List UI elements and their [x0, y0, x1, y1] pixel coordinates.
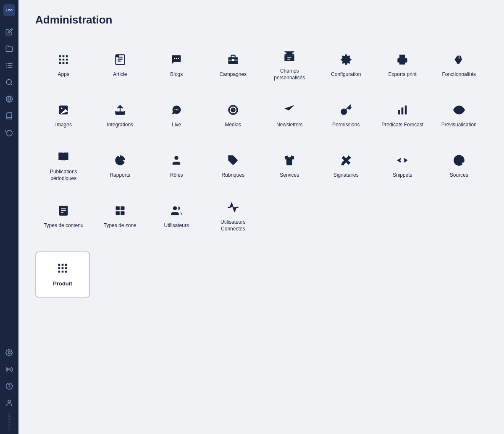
svg-rect-66 [121, 207, 124, 210]
admin-item-utilisateurs[interactable]: Utilisateurs [148, 191, 205, 241]
svg-point-47 [178, 109, 178, 110]
sidebar-item-folder[interactable] [2, 41, 17, 56]
admin-item-fonctionnalites[interactable]: Fonctionnalités [431, 40, 488, 90]
admin-item-publications[interactable]: Publications périodiques [35, 141, 92, 191]
admin-item-signataires-label: Signataires [333, 172, 359, 179]
svg-point-56 [175, 156, 178, 160]
admin-item-permissions-label: Permissions [332, 122, 360, 128]
sidebar-item-list[interactable] [2, 58, 17, 73]
admin-item-integrations-label: Intégrations [107, 122, 133, 128]
admin-item-exports-print[interactable]: Exports print [374, 40, 431, 90]
admin-item-utilisateurs-connectes[interactable]: Utilisateurs Connectés [205, 191, 262, 241]
sidebar: LOC [0, 0, 18, 434]
image-icon [56, 102, 71, 118]
admin-item-signataires[interactable]: Signataires [318, 141, 375, 191]
produit-card[interactable]: Produit [35, 251, 90, 298]
admin-item-permissions[interactable]: Permissions [318, 90, 375, 141]
svg-point-46 [176, 109, 177, 110]
svg-rect-67 [116, 211, 119, 215]
admin-item-newsletters[interactable]: Newsletters [261, 90, 318, 141]
sidebar-bottom: V9.0.0-DEV [2, 344, 17, 431]
admin-item-services[interactable]: Services [261, 141, 318, 191]
sidebar-item-book[interactable] [2, 108, 17, 123]
admin-item-article[interactable]: Article [92, 40, 149, 90]
admin-item-previsualisation[interactable]: Prévisualisation [431, 90, 488, 141]
svg-marker-51 [285, 105, 294, 111]
svg-rect-22 [66, 59, 68, 61]
sidebar-item-globe[interactable] [2, 92, 17, 107]
admin-item-blogs[interactable]: Blogs [148, 40, 205, 90]
svg-point-16 [8, 400, 10, 403]
people-icon [169, 203, 184, 218]
admin-item-images-label: Images [55, 122, 72, 128]
svg-rect-76 [58, 271, 60, 273]
key-icon [339, 102, 354, 118]
svg-line-9 [10, 84, 12, 85]
admin-item-apps[interactable]: Apps [35, 40, 92, 90]
empty-cell-2 [318, 191, 375, 241]
svg-point-12 [8, 352, 10, 354]
empty-cell-1 [261, 191, 318, 241]
svg-rect-71 [62, 264, 64, 266]
target-icon [226, 102, 241, 118]
admin-item-configuration[interactable]: Configuration [318, 40, 375, 90]
admin-item-live[interactable]: Live [148, 90, 205, 141]
admin-item-roles-label: Rôles [170, 172, 183, 179]
sidebar-item-help[interactable] [2, 379, 17, 394]
admin-item-newsletters-label: Newsletters [276, 122, 303, 128]
admin-item-types-contenu[interactable]: Types de contenu [35, 191, 92, 241]
sidebar-item-signal[interactable] [2, 362, 17, 377]
admin-item-campagnes-label: Campagnes [219, 71, 247, 78]
admin-item-roles[interactable]: Rôles [148, 141, 205, 191]
svg-point-33 [178, 58, 179, 59]
admin-item-medias[interactable]: Médias [205, 90, 262, 141]
sidebar-item-settings[interactable] [2, 345, 17, 360]
svg-rect-18 [63, 55, 65, 58]
sidebar-item-history[interactable] [2, 125, 17, 140]
svg-rect-25 [66, 62, 68, 64]
empty-cell-4 [431, 191, 488, 241]
admin-item-campagnes[interactable]: Campagnes [205, 40, 262, 90]
sidebar-item-user[interactable] [2, 395, 17, 410]
admin-item-sources[interactable]: Sources [431, 141, 488, 191]
at-icon [452, 153, 467, 168]
admin-item-rubriques[interactable]: Rubriques [205, 141, 262, 191]
sidebar-item-search[interactable] [2, 75, 17, 90]
activity-icon [226, 200, 241, 215]
page-title: Administration [35, 13, 487, 26]
sidebar-item-edit[interactable] [2, 24, 17, 39]
svg-rect-78 [65, 271, 67, 273]
admin-item-integrations[interactable]: Intégrations [92, 90, 149, 141]
svg-point-55 [457, 109, 460, 112]
admin-item-previsualisation-label: Prévisualisation [441, 122, 477, 128]
pie-chart-icon [113, 153, 128, 168]
svg-text:LOC: LOC [6, 8, 13, 12]
svg-rect-36 [232, 59, 234, 61]
grid4-icon [113, 203, 128, 218]
ticket-icon [282, 49, 297, 64]
admin-item-blogs-label: Blogs [170, 71, 183, 78]
admin-item-services-label: Services [280, 172, 299, 179]
admin-item-champs-label: Champs personnalisés [265, 68, 314, 81]
svg-rect-75 [65, 267, 67, 269]
logo[interactable]: LOC [3, 3, 16, 17]
admin-item-snippets-label: Snippets [393, 172, 412, 179]
admin-item-predicats[interactable]: Prédicats Forecast [374, 90, 431, 141]
bar-chart-icon [395, 102, 410, 118]
svg-rect-77 [62, 271, 64, 273]
admin-item-rubriques-label: Rubriques [221, 172, 244, 179]
admin-item-images[interactable]: Images [35, 90, 92, 141]
admin-item-exports-label: Exports print [388, 71, 417, 78]
svg-rect-70 [58, 264, 60, 266]
admin-item-champs[interactable]: Champs personnalisés [261, 40, 318, 90]
svg-point-32 [176, 58, 177, 59]
admin-item-rapports[interactable]: Rapports [92, 141, 149, 191]
admin-item-configuration-label: Configuration [331, 71, 361, 78]
doc-text-icon [56, 203, 71, 218]
tag-icon [226, 153, 241, 168]
admin-item-types-zone[interactable]: Types de zone [92, 191, 149, 241]
svg-rect-21 [63, 59, 65, 61]
svg-rect-37 [285, 55, 294, 61]
admin-item-snippets[interactable]: Snippets [374, 141, 431, 191]
chat-icon [169, 52, 184, 67]
